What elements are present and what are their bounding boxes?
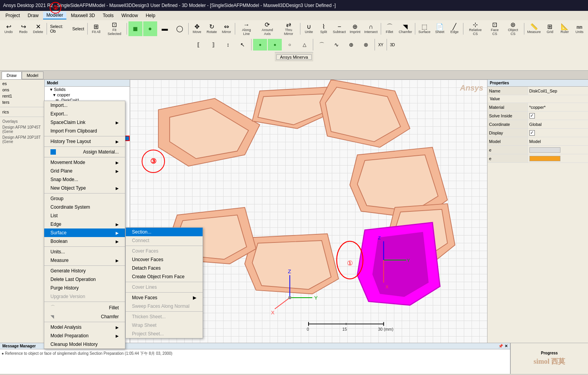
menu-snap-mode[interactable]: Snap Mode... xyxy=(44,175,125,184)
menu-edge[interactable]: Edge▶ xyxy=(44,220,125,228)
tb2-btn4[interactable]: ↖ xyxy=(236,39,250,51)
mirror-button[interactable]: ⇔Mirror xyxy=(219,21,233,36)
menu-window[interactable]: Window xyxy=(118,12,141,19)
surface-button[interactable]: ⬚Surface xyxy=(417,21,432,36)
menu-modeler[interactable]: Modeler xyxy=(43,12,66,19)
tb2-btn3[interactable]: ↕ xyxy=(221,39,235,51)
measure-button[interactable]: 📏Measure xyxy=(526,21,542,36)
undo-button[interactable]: ↩Undo xyxy=(2,21,16,36)
tab-model[interactable]: Model xyxy=(22,72,43,79)
menu-new-object-type[interactable]: New Object Type▶ xyxy=(44,184,125,192)
sidebar-item-rent1[interactable]: rent1 xyxy=(0,93,44,99)
menu-tools[interactable]: Tools xyxy=(100,12,117,19)
shape3-button[interactable]: ▬ xyxy=(158,21,172,36)
around-axis-button[interactable]: ⟳Around Axis xyxy=(257,21,278,36)
sheet-button[interactable]: 📄Sheet xyxy=(433,21,447,36)
subtract-button[interactable]: −Subtract xyxy=(331,21,347,36)
tb2-green1[interactable]: ● xyxy=(253,39,267,51)
sidebar-item-es[interactable]: es xyxy=(0,80,44,87)
sidebar-item-ons[interactable]: ons xyxy=(0,87,44,93)
grid-button[interactable]: ⊞Grid xyxy=(543,21,557,36)
menu-grid-plane[interactable]: Grid Plane▶ xyxy=(44,167,125,175)
object-cs-button[interactable]: ⊛Object CS xyxy=(504,21,522,36)
ansys-minerva-tab[interactable]: Ansys Minerva xyxy=(276,54,311,60)
sidebar-afpm10p[interactable]: Design AFPM 10P45T (Gene xyxy=(0,124,44,134)
menu-import[interactable]: Import... xyxy=(44,101,125,110)
display-checkbox[interactable]: ✓ xyxy=(529,130,535,136)
submenu-detach-faces[interactable]: Detach Faces xyxy=(126,264,203,272)
fit-selected-button[interactable]: ⊡Fit Selected xyxy=(104,21,125,36)
menu-model-analysis[interactable]: Model Analysis▶ xyxy=(44,323,125,331)
fillet-button[interactable]: ⌒Fillet xyxy=(383,21,397,36)
tb2-snap2[interactable]: ⊗ xyxy=(359,39,373,51)
ruler-button[interactable]: 📐Ruler xyxy=(558,21,572,36)
shape1-button[interactable]: ◼ xyxy=(128,21,142,36)
units-button[interactable]: ㎜Units xyxy=(572,21,586,36)
menu-model-preparation[interactable]: Model Preparation▶ xyxy=(44,331,125,340)
submenu-uncover-faces[interactable]: Uncover Faces xyxy=(126,255,203,264)
tb2-curve1[interactable]: ⌒ xyxy=(315,39,329,51)
delete-button[interactable]: ✕Delete xyxy=(31,21,45,36)
menu-chamfer[interactable]: ◥ Chamfer xyxy=(44,312,125,321)
menu-spaceclaim[interactable]: SpaceClaim Link▶ xyxy=(44,118,125,127)
imprint-button[interactable]: ⊕Imprint xyxy=(348,21,362,36)
menu-draw[interactable]: Draw xyxy=(24,12,42,19)
intersect-button[interactable]: ∩Intersect xyxy=(363,21,379,36)
menu-coordinate-system[interactable]: Coordinate System xyxy=(44,203,125,211)
face-cs-button[interactable]: ⊡Face CS xyxy=(487,21,503,36)
msg-pin-icon[interactable]: 📌 xyxy=(498,344,503,348)
props-row-solveinside: Solve Inside ✓ xyxy=(487,112,588,120)
sidebar-item-ters[interactable]: ters xyxy=(0,99,44,105)
sidebar-overlays[interactable]: Overlays xyxy=(0,119,44,124)
menu-surface[interactable]: Surface▶ xyxy=(44,228,125,237)
submenu-section[interactable]: Section... xyxy=(126,228,203,236)
sidebar-afpm20p[interactable]: Design AFPM 20P18T (Gene xyxy=(0,134,44,145)
submenu-move-faces[interactable]: Move Faces▶ xyxy=(126,293,203,302)
tb2-btn2[interactable]: ⟧ xyxy=(206,39,220,51)
menu-boolean[interactable]: Boolean▶ xyxy=(44,237,125,246)
menu-units[interactable]: Units... xyxy=(44,248,125,256)
tb2-curve2[interactable]: ∿ xyxy=(330,39,343,51)
menu-maxwell3d[interactable]: Maxwell 3D xyxy=(68,12,98,19)
thru-mirror-button[interactable]: ⇄Thru Mirror xyxy=(279,21,298,36)
solve-inside-checkbox[interactable]: ✓ xyxy=(529,113,535,119)
menu-list[interactable]: List xyxy=(44,211,125,220)
tb2-green2[interactable]: ● xyxy=(268,39,282,51)
menu-movement-mode[interactable]: Movement Mode▶ xyxy=(44,158,125,167)
tb2-green3[interactable]: ○ xyxy=(283,39,297,51)
menu-export[interactable]: Export... xyxy=(44,110,125,118)
unite-button[interactable]: ∪Unite xyxy=(302,21,316,36)
shape4-button[interactable]: ◯ xyxy=(173,21,187,36)
msg-close-icon[interactable]: ✕ xyxy=(505,344,508,348)
menu-assign-material[interactable]: Assign Material... xyxy=(44,148,125,156)
menu-generate-history[interactable]: Generate History xyxy=(44,267,125,275)
menu-project[interactable]: Project xyxy=(2,12,23,19)
tb2-btn1[interactable]: ⟦ xyxy=(191,39,205,51)
tree-solids[interactable]: ▼Solids xyxy=(45,87,130,92)
shape2-button[interactable]: ● xyxy=(143,21,157,36)
menu-group[interactable]: Group xyxy=(44,194,125,203)
menu-import-clipboard[interactable]: Import From Clipboard xyxy=(44,127,125,135)
menu-help[interactable]: Help xyxy=(142,12,158,19)
menu-purge-history[interactable]: Purge History xyxy=(44,284,125,292)
menu-history-tree[interactable]: History Tree Layout▶ xyxy=(44,137,125,146)
redo-button[interactable]: ↪Redo xyxy=(16,21,30,36)
sidebar-item-rics[interactable]: rics xyxy=(0,109,44,115)
menu-cleanup-model-history[interactable]: Cleanup Model History xyxy=(44,340,125,349)
submenu-create-object[interactable]: Create Object From Face xyxy=(126,272,203,281)
menu-delete-last-op[interactable]: Delete Last Operation xyxy=(44,275,125,284)
edge-tb-button[interactable]: ╱Edge xyxy=(448,21,461,36)
split-button[interactable]: ⌇Split xyxy=(317,21,331,36)
move-button[interactable]: ✥Move xyxy=(190,21,204,36)
chamfer-button[interactable]: ◥Chamfer xyxy=(397,21,414,36)
tb2-green4[interactable]: △ xyxy=(297,39,311,51)
tb2-snap1[interactable]: ⊕ xyxy=(344,39,358,51)
menu-measure[interactable]: Measure▶ xyxy=(44,256,125,265)
menu-fillet[interactable]: ⌒ Fillet xyxy=(44,303,125,312)
relative-cs-button[interactable]: ⊹Relative CS xyxy=(465,21,486,36)
rotate-button[interactable]: ↻Rotate xyxy=(205,21,219,36)
tree-copper[interactable]: ▼copper xyxy=(45,92,130,98)
fit-all-button[interactable]: ⊞Fit All xyxy=(89,21,103,36)
tab-draw[interactable]: Draw xyxy=(2,72,22,79)
along-line-button[interactable]: →Along Line xyxy=(237,21,256,36)
